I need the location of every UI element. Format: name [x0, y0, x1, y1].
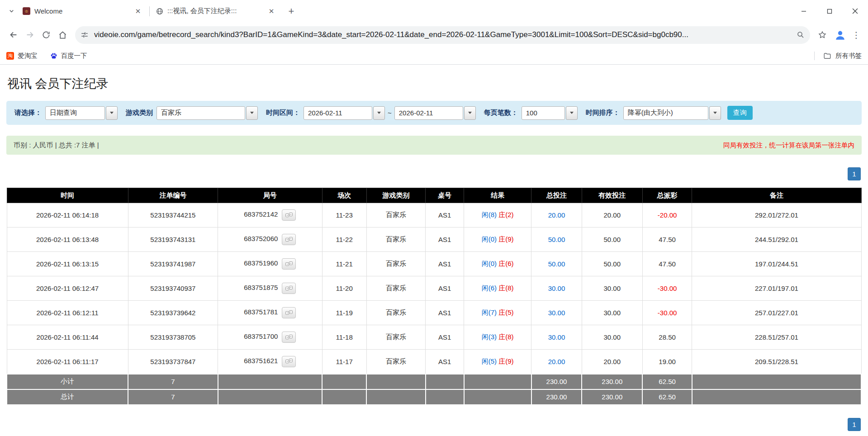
- page-title: 视讯 会员下注纪录: [7, 76, 862, 92]
- round-video-button[interactable]: [282, 356, 296, 367]
- round-video-button[interactable]: [282, 234, 296, 245]
- cell-total-bet[interactable]: 50.00: [531, 252, 582, 276]
- cell-note: 244.51/292.01: [692, 227, 861, 252]
- url-bar[interactable]: videoie.com/game/betrecord_search/kind3?…: [75, 26, 810, 44]
- profile-avatar[interactable]: [833, 28, 847, 42]
- round-number: 683751960: [244, 259, 278, 267]
- subtotal-payout: 62.50: [642, 374, 692, 389]
- round-video-button[interactable]: [282, 258, 296, 270]
- time-sort-combobox[interactable]: [623, 106, 721, 120]
- cell-total-bet[interactable]: 30.00: [531, 301, 582, 325]
- header-valid-bet: 有效投注: [582, 188, 642, 203]
- search-button[interactable]: 查询: [727, 106, 753, 120]
- query-type-combobox[interactable]: [45, 106, 118, 120]
- time-sort-input[interactable]: [623, 106, 708, 120]
- cell-table: AS1: [426, 203, 464, 227]
- valid-bet-notice: 同局有效投注，统一计算在该局第一张注单内: [723, 141, 854, 150]
- cell-bet-id: 523193737847: [128, 350, 218, 374]
- cell-table: AS1: [426, 276, 464, 301]
- date-end-picker[interactable]: [394, 106, 476, 120]
- tab-betrecord[interactable]: :::视讯, 会员下注纪录::: ✕: [152, 3, 281, 20]
- page-1-button[interactable]: 1: [848, 418, 861, 431]
- tab-welcome[interactable]: ♔ Welcome ✕: [18, 3, 147, 20]
- cell-valid-bet: 20.00: [582, 350, 642, 374]
- date-start-input[interactable]: [304, 106, 372, 120]
- cell-round: 683752060: [218, 227, 322, 252]
- back-icon[interactable]: [5, 27, 22, 43]
- tab-close-icon[interactable]: ✕: [266, 6, 276, 16]
- tab-separator: [149, 6, 150, 16]
- tab-close-icon[interactable]: ✕: [133, 6, 143, 16]
- round-video-button[interactable]: [282, 283, 296, 294]
- browser-menu-icon[interactable]: ⋮: [850, 30, 863, 40]
- chevron-down-icon[interactable]: [709, 106, 721, 120]
- cell-total-bet[interactable]: 20.00: [531, 350, 582, 374]
- round-video-button[interactable]: [282, 332, 296, 343]
- cell-game-kind: 百家乐: [366, 227, 425, 252]
- cell-game-kind: 百家乐: [366, 276, 425, 301]
- bookmark-baidu[interactable]: 百度一下: [50, 52, 87, 60]
- reload-icon[interactable]: [38, 27, 54, 43]
- result-banker: 庄(8): [498, 333, 513, 341]
- cell-table: AS1: [426, 252, 464, 276]
- close-window-button[interactable]: [842, 0, 868, 22]
- per-page-input[interactable]: [522, 106, 565, 120]
- cell-valid-bet: 30.00: [582, 276, 642, 301]
- table-row: 2026-02-11 06:13:15 523193741987 6837519…: [7, 252, 861, 276]
- cell-payout: 28.50: [642, 325, 692, 350]
- chevron-down-icon[interactable]: [566, 106, 578, 120]
- bet-record-table: 时间 注单编号 局号 场次 游戏类别 桌号 结果 总投注 有效投注 总派彩 备注…: [6, 188, 862, 405]
- currency-total-summary: 币别 : 人民币 | 总共 :7 注单 |: [14, 141, 99, 150]
- cell-game-kind: 百家乐: [366, 203, 425, 227]
- header-payout: 总派彩: [642, 188, 692, 203]
- cell-total-bet[interactable]: 30.00: [531, 325, 582, 350]
- chevron-down-icon[interactable]: [246, 106, 258, 120]
- result-player: 闲(6): [482, 284, 497, 292]
- date-end-input[interactable]: [394, 106, 463, 120]
- round-video-button[interactable]: [282, 209, 296, 221]
- cell-total-bet[interactable]: 30.00: [531, 276, 582, 301]
- window-controls: [791, 0, 868, 22]
- bookmarks-right: 所有书签: [814, 52, 862, 60]
- date-start-picker[interactable]: [304, 106, 385, 120]
- bookmark-star-icon[interactable]: [815, 27, 830, 43]
- cell-session: 11-21: [322, 252, 366, 276]
- round-number: 683751621: [244, 357, 278, 365]
- query-type-input[interactable]: [45, 106, 105, 120]
- round-video-button[interactable]: [282, 307, 296, 318]
- subtotal-valid-bet: 230.00: [582, 374, 642, 389]
- chevron-down-icon[interactable]: [106, 106, 118, 120]
- zoom-icon[interactable]: [797, 31, 805, 39]
- chevron-down-icon[interactable]: [373, 106, 385, 120]
- cell-game-kind: 百家乐: [366, 325, 425, 350]
- home-icon[interactable]: [54, 27, 71, 43]
- cell-payout: 19.00: [642, 350, 692, 374]
- total-total-bet: 230.00: [531, 389, 582, 405]
- site-info-icon[interactable]: [81, 31, 89, 39]
- new-tab-button[interactable]: +: [285, 5, 298, 18]
- page-content: 视讯 会员下注纪录 请选择： 游戏类别 时间区间： ~ 每页笔数： 时间排序：: [0, 76, 868, 431]
- per-page-combobox[interactable]: [522, 106, 578, 120]
- minimize-button[interactable]: [791, 0, 816, 22]
- date-range-label: 时间区间：: [266, 109, 300, 117]
- url-text[interactable]: videoie.com/game/betrecord_search/kind3?…: [94, 30, 791, 39]
- total-count: 7: [128, 389, 218, 405]
- bookmark-aitaobao[interactable]: 淘 爱淘宝: [6, 52, 38, 60]
- page-1-button[interactable]: 1: [848, 167, 861, 180]
- cell-bet-id: 523193743131: [128, 227, 218, 252]
- header-round: 局号: [218, 188, 322, 203]
- round-number: 683751700: [244, 332, 278, 340]
- cell-time: 2026-02-11 06:11:44: [7, 325, 128, 350]
- game-kind-input[interactable]: [157, 106, 245, 120]
- cell-round: 683751875: [218, 276, 322, 301]
- cell-total-bet[interactable]: 20.00: [531, 203, 582, 227]
- select-type-label: 请选择：: [14, 109, 42, 117]
- cell-total-bet[interactable]: 50.00: [531, 227, 582, 252]
- all-bookmarks-button[interactable]: 所有书签: [835, 52, 862, 60]
- tab-title: Welcome: [34, 7, 129, 15]
- maximize-button[interactable]: [816, 0, 842, 22]
- game-kind-combobox[interactable]: [157, 106, 258, 120]
- forward-icon[interactable]: [22, 27, 38, 43]
- chevron-down-icon[interactable]: [464, 106, 476, 120]
- tab-search-chevron-icon[interactable]: [5, 5, 18, 18]
